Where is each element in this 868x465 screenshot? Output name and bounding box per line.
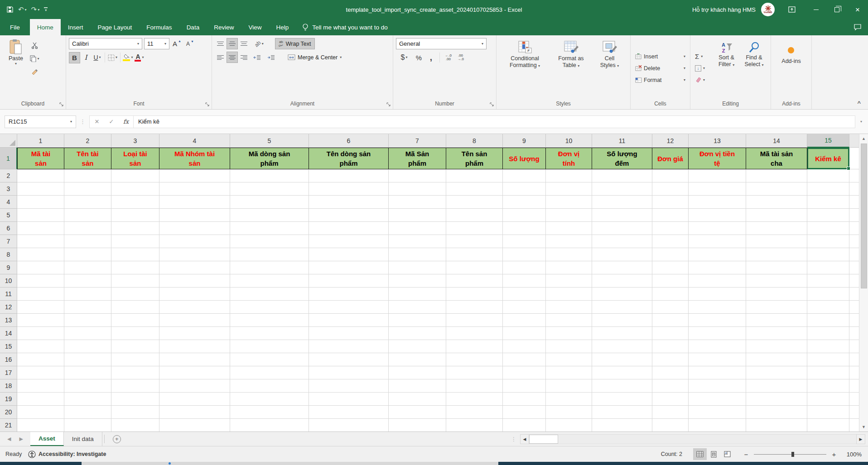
row-header-4[interactable]: 4: [0, 196, 17, 209]
cell-R11C10[interactable]: [546, 288, 592, 301]
cell-R18C1[interactable]: [17, 379, 64, 393]
row-header-14[interactable]: 14: [0, 327, 17, 340]
cell-R18C6[interactable]: [309, 379, 389, 393]
cell-R17C1[interactable]: [17, 366, 64, 379]
row-header-2[interactable]: 2: [0, 169, 17, 182]
row-header-21[interactable]: 21: [0, 419, 17, 431]
cell-R21C1[interactable]: [17, 419, 64, 431]
cell-R16C14[interactable]: [746, 353, 807, 366]
cell-R10C8[interactable]: [446, 274, 503, 288]
cell-R5C6[interactable]: [309, 209, 389, 222]
cell-R15C7[interactable]: [389, 340, 446, 353]
cell-R4C12[interactable]: [652, 196, 689, 209]
cell-R12C5[interactable]: [230, 301, 309, 314]
cell-R14C9[interactable]: [503, 327, 546, 340]
cell-R18C15[interactable]: [807, 379, 849, 393]
formula-input[interactable]: Kiểm kê: [134, 115, 855, 128]
cell-R4C11[interactable]: [592, 196, 652, 209]
cell-R13C5[interactable]: [230, 314, 309, 327]
cell-R11C5[interactable]: [230, 288, 309, 301]
column-header-13[interactable]: 13: [689, 134, 746, 148]
cell-R20C11[interactable]: [592, 406, 652, 419]
cell-R6C14[interactable]: [746, 222, 807, 235]
cell-R14C2[interactable]: [64, 327, 111, 340]
cell-R12C3[interactable]: [111, 301, 159, 314]
cell-R5C2[interactable]: [64, 209, 111, 222]
cell-R16C6[interactable]: [309, 353, 389, 366]
borders-button[interactable]: ▾: [107, 52, 118, 63]
cell-R13C7[interactable]: [389, 314, 446, 327]
clear-button[interactable]: ▾: [693, 74, 713, 86]
cell-R17C10[interactable]: [546, 366, 592, 379]
row-header-8[interactable]: 8: [0, 248, 17, 261]
restore-button[interactable]: [826, 0, 847, 19]
cell-R8C3[interactable]: [111, 248, 159, 261]
tab-page-layout[interactable]: Page Layout: [91, 19, 140, 35]
cell-R3C10[interactable]: [546, 182, 592, 196]
cell-R15C4[interactable]: [159, 340, 230, 353]
cell-R19C1[interactable]: [17, 393, 64, 406]
percent-style-button[interactable]: %: [413, 52, 424, 63]
cell-R18C8[interactable]: [446, 379, 503, 393]
sheet-tab-asset[interactable]: Asset: [30, 432, 64, 446]
cell-R17C14[interactable]: [746, 366, 807, 379]
cell-R9C13[interactable]: [689, 261, 746, 274]
cell-R20C2[interactable]: [64, 406, 111, 419]
cell-R2C3[interactable]: [111, 169, 159, 182]
row-header-1[interactable]: 1: [0, 148, 17, 169]
align-left-button[interactable]: [215, 52, 226, 63]
cell-R7C7[interactable]: [389, 235, 446, 248]
cell-R2C9[interactable]: [503, 169, 546, 182]
cell-R9C9[interactable]: [503, 261, 546, 274]
cell-R17C2[interactable]: [64, 366, 111, 379]
cell-R20C12[interactable]: [652, 406, 689, 419]
cell-R12C14[interactable]: [746, 301, 807, 314]
account-name[interactable]: Hỗ trợ khách hàng HMS: [692, 6, 756, 13]
vertical-scrollbar[interactable]: ▲ ▼: [859, 134, 868, 431]
cell-R5C4[interactable]: [159, 209, 230, 222]
clipboard-dialog-launcher[interactable]: [59, 102, 64, 107]
zoom-out-icon[interactable]: −: [743, 451, 749, 458]
cell-R16C2[interactable]: [64, 353, 111, 366]
cell-R21C11[interactable]: [592, 419, 652, 431]
cell-R10C2[interactable]: [64, 274, 111, 288]
cell-R18C2[interactable]: [64, 379, 111, 393]
column-header-14[interactable]: 14: [746, 134, 807, 148]
cell-R8C4[interactable]: [159, 248, 230, 261]
cell-R14C13[interactable]: [689, 327, 746, 340]
cell-R5C5[interactable]: [230, 209, 309, 222]
cell-R7C13[interactable]: [689, 235, 746, 248]
fill-button[interactable]: ↓▾: [693, 62, 713, 74]
cell-R9C15[interactable]: [807, 261, 849, 274]
cell-R6C10[interactable]: [546, 222, 592, 235]
cell-R3C2[interactable]: [64, 182, 111, 196]
cell-R10C7[interactable]: [389, 274, 446, 288]
cell-R11C8[interactable]: [446, 288, 503, 301]
cell-R8C5[interactable]: [230, 248, 309, 261]
cell-R2C5[interactable]: [230, 169, 309, 182]
accessibility-status[interactable]: Accessibility: Investigate: [28, 451, 106, 458]
cell-R10C15[interactable]: [807, 274, 849, 288]
cell-R1C11[interactable]: Số lượng đếm: [592, 148, 652, 169]
scroll-left-icon[interactable]: ◀: [520, 434, 529, 444]
cell-R12C4[interactable]: [159, 301, 230, 314]
cell-R12C2[interactable]: [64, 301, 111, 314]
cell-R13C2[interactable]: [64, 314, 111, 327]
cell-R19C7[interactable]: [389, 393, 446, 406]
cell-R9C3[interactable]: [111, 261, 159, 274]
cell-R3C9[interactable]: [503, 182, 546, 196]
cell-R12C12[interactable]: [652, 301, 689, 314]
cell-R14C12[interactable]: [652, 327, 689, 340]
cell-R21C6[interactable]: [309, 419, 389, 431]
cell-R17C8[interactable]: [446, 366, 503, 379]
cell-R21C2[interactable]: [64, 419, 111, 431]
cell-R9C12[interactable]: [652, 261, 689, 274]
sheet-nav-prev-icon[interactable]: ◀: [7, 436, 11, 442]
font-size-combo[interactable]: 11▾: [144, 38, 169, 49]
cell-R19C15[interactable]: [807, 393, 849, 406]
cell-R4C2[interactable]: [64, 196, 111, 209]
cell-R1C15[interactable]: Kiểm kê: [807, 148, 849, 169]
cell-R19C13[interactable]: [689, 393, 746, 406]
formula-grip-icon[interactable]: ⋮: [76, 118, 89, 125]
cell-R11C7[interactable]: [389, 288, 446, 301]
